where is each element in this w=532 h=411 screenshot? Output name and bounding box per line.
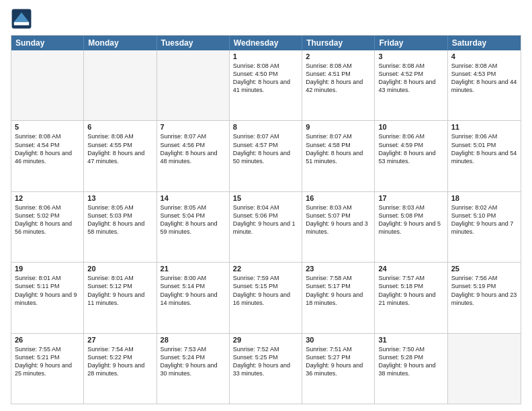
day-info: Sunrise: 7:53 AM Sunset: 5:24 PM Dayligh…: [161, 345, 226, 378]
calendar-cell: 24Sunrise: 7:57 AM Sunset: 5:18 PM Dayli…: [375, 263, 447, 332]
day-info: Sunrise: 8:06 AM Sunset: 4:59 PM Dayligh…: [378, 132, 443, 165]
calendar-cell: 7Sunrise: 8:07 AM Sunset: 4:56 PM Daylig…: [157, 121, 230, 191]
day-number: 29: [233, 336, 298, 344]
logo: [11, 8, 35, 30]
calendar-cell: 2Sunrise: 8:08 AM Sunset: 4:51 PM Daylig…: [302, 50, 375, 120]
calendar-cell: 12Sunrise: 8:06 AM Sunset: 5:02 PM Dayli…: [11, 192, 84, 262]
day-number: 10: [378, 123, 443, 131]
calendar-cell: 8Sunrise: 8:07 AM Sunset: 4:57 PM Daylig…: [230, 121, 302, 191]
calendar-cell: [84, 50, 157, 120]
calendar-cell: [157, 50, 230, 120]
day-info: Sunrise: 8:05 AM Sunset: 5:03 PM Dayligh…: [87, 203, 152, 236]
day-number: 30: [306, 336, 371, 344]
calendar-header: SundayMondayTuesdayWednesdayThursdayFrid…: [11, 36, 521, 50]
day-info: Sunrise: 7:57 AM Sunset: 5:18 PM Dayligh…: [378, 274, 443, 307]
day-info: Sunrise: 8:06 AM Sunset: 5:01 PM Dayligh…: [451, 132, 517, 165]
day-info: Sunrise: 8:03 AM Sunset: 5:08 PM Dayligh…: [378, 203, 443, 236]
calendar-cell: 6Sunrise: 8:08 AM Sunset: 4:55 PM Daylig…: [84, 121, 157, 191]
calendar-cell: 19Sunrise: 8:01 AM Sunset: 5:11 PM Dayli…: [11, 263, 84, 332]
day-info: Sunrise: 7:51 AM Sunset: 5:27 PM Dayligh…: [306, 345, 371, 378]
calendar-cell: 29Sunrise: 7:52 AM Sunset: 5:25 PM Dayli…: [230, 334, 302, 404]
calendar-cell: 11Sunrise: 8:06 AM Sunset: 5:01 PM Dayli…: [448, 121, 521, 191]
svg-rect-2: [14, 22, 29, 26]
day-number: 15: [233, 194, 298, 202]
calendar: SundayMondayTuesdayWednesdayThursdayFrid…: [11, 35, 521, 404]
page: SundayMondayTuesdayWednesdayThursdayFrid…: [0, 0, 532, 411]
day-number: 1: [233, 52, 298, 60]
calendar-cell: 31Sunrise: 7:50 AM Sunset: 5:28 PM Dayli…: [375, 334, 447, 404]
day-info: Sunrise: 7:59 AM Sunset: 5:15 PM Dayligh…: [233, 274, 298, 307]
day-number: 22: [233, 265, 298, 273]
day-number: 5: [15, 123, 80, 131]
day-info: Sunrise: 8:06 AM Sunset: 5:02 PM Dayligh…: [15, 203, 80, 236]
calendar-cell: 15Sunrise: 8:04 AM Sunset: 5:06 PM Dayli…: [230, 192, 302, 262]
calendar-cell: 28Sunrise: 7:53 AM Sunset: 5:24 PM Dayli…: [157, 334, 230, 404]
day-info: Sunrise: 8:07 AM Sunset: 4:58 PM Dayligh…: [306, 132, 371, 165]
weekday-header: Tuesday: [157, 36, 230, 50]
calendar-cell: 21Sunrise: 8:00 AM Sunset: 5:14 PM Dayli…: [157, 263, 230, 332]
day-info: Sunrise: 8:03 AM Sunset: 5:07 PM Dayligh…: [306, 203, 371, 236]
day-number: 6: [87, 123, 152, 131]
day-number: 9: [306, 123, 371, 131]
calendar-week: 5Sunrise: 8:08 AM Sunset: 4:54 PM Daylig…: [11, 121, 521, 191]
day-info: Sunrise: 7:58 AM Sunset: 5:17 PM Dayligh…: [306, 274, 371, 307]
calendar-cell: 3Sunrise: 8:08 AM Sunset: 4:52 PM Daylig…: [375, 50, 447, 120]
calendar-cell: 23Sunrise: 7:58 AM Sunset: 5:17 PM Dayli…: [302, 263, 375, 332]
calendar-cell: 9Sunrise: 8:07 AM Sunset: 4:58 PM Daylig…: [302, 121, 375, 191]
day-info: Sunrise: 8:01 AM Sunset: 5:11 PM Dayligh…: [15, 274, 80, 307]
day-number: 4: [451, 52, 517, 60]
calendar-cell: 1Sunrise: 8:08 AM Sunset: 4:50 PM Daylig…: [230, 50, 302, 120]
calendar-cell: 14Sunrise: 8:05 AM Sunset: 5:04 PM Dayli…: [157, 192, 230, 262]
day-number: 11: [451, 123, 517, 131]
calendar-cell: 25Sunrise: 7:56 AM Sunset: 5:19 PM Dayli…: [448, 263, 521, 332]
day-number: 24: [378, 265, 443, 273]
day-info: Sunrise: 7:52 AM Sunset: 5:25 PM Dayligh…: [233, 345, 298, 378]
day-info: Sunrise: 8:08 AM Sunset: 4:50 PM Dayligh…: [233, 62, 298, 95]
day-info: Sunrise: 7:50 AM Sunset: 5:28 PM Dayligh…: [378, 345, 443, 378]
day-info: Sunrise: 8:07 AM Sunset: 4:57 PM Dayligh…: [233, 132, 298, 165]
calendar-week: 19Sunrise: 8:01 AM Sunset: 5:11 PM Dayli…: [11, 263, 521, 333]
day-info: Sunrise: 7:55 AM Sunset: 5:21 PM Dayligh…: [15, 345, 80, 378]
day-number: 23: [306, 265, 371, 273]
calendar-body: 1Sunrise: 8:08 AM Sunset: 4:50 PM Daylig…: [11, 50, 521, 404]
calendar-cell: 17Sunrise: 8:03 AM Sunset: 5:08 PM Dayli…: [375, 192, 447, 262]
day-info: Sunrise: 8:08 AM Sunset: 4:54 PM Dayligh…: [15, 132, 80, 165]
weekday-header: Sunday: [11, 36, 84, 50]
day-info: Sunrise: 8:08 AM Sunset: 4:51 PM Dayligh…: [306, 62, 371, 95]
header: [11, 8, 521, 30]
calendar-week: 1Sunrise: 8:08 AM Sunset: 4:50 PM Daylig…: [11, 50, 521, 121]
weekday-header: Wednesday: [230, 36, 302, 50]
day-info: Sunrise: 8:00 AM Sunset: 5:14 PM Dayligh…: [161, 274, 226, 307]
calendar-cell: 18Sunrise: 8:02 AM Sunset: 5:10 PM Dayli…: [448, 192, 521, 262]
day-info: Sunrise: 8:02 AM Sunset: 5:10 PM Dayligh…: [451, 203, 517, 236]
day-number: 14: [161, 194, 226, 202]
day-number: 13: [87, 194, 152, 202]
weekday-header: Monday: [84, 36, 157, 50]
calendar-cell: 26Sunrise: 7:55 AM Sunset: 5:21 PM Dayli…: [11, 334, 84, 404]
logo-icon: [11, 8, 32, 30]
day-info: Sunrise: 8:05 AM Sunset: 5:04 PM Dayligh…: [161, 203, 226, 236]
day-info: Sunrise: 8:08 AM Sunset: 4:52 PM Dayligh…: [378, 62, 443, 95]
calendar-week: 12Sunrise: 8:06 AM Sunset: 5:02 PM Dayli…: [11, 192, 521, 263]
day-info: Sunrise: 8:08 AM Sunset: 4:53 PM Dayligh…: [451, 62, 517, 95]
calendar-cell: 10Sunrise: 8:06 AM Sunset: 4:59 PM Dayli…: [375, 121, 447, 191]
weekday-header: Saturday: [448, 36, 521, 50]
day-number: 31: [378, 336, 443, 344]
calendar-cell: 22Sunrise: 7:59 AM Sunset: 5:15 PM Dayli…: [230, 263, 302, 332]
calendar-cell: [448, 334, 521, 404]
day-info: Sunrise: 8:01 AM Sunset: 5:12 PM Dayligh…: [87, 274, 152, 307]
day-info: Sunrise: 7:54 AM Sunset: 5:22 PM Dayligh…: [87, 345, 152, 378]
day-number: 26: [15, 336, 80, 344]
calendar-cell: 13Sunrise: 8:05 AM Sunset: 5:03 PM Dayli…: [84, 192, 157, 262]
day-info: Sunrise: 8:07 AM Sunset: 4:56 PM Dayligh…: [161, 132, 226, 165]
day-number: 19: [15, 265, 80, 273]
day-number: 27: [87, 336, 152, 344]
weekday-header: Friday: [375, 36, 447, 50]
day-number: 18: [451, 194, 517, 202]
day-info: Sunrise: 8:04 AM Sunset: 5:06 PM Dayligh…: [233, 203, 298, 236]
day-number: 20: [87, 265, 152, 273]
day-number: 8: [233, 123, 298, 131]
day-number: 25: [451, 265, 517, 273]
calendar-cell: 16Sunrise: 8:03 AM Sunset: 5:07 PM Dayli…: [302, 192, 375, 262]
day-number: 28: [161, 336, 226, 344]
